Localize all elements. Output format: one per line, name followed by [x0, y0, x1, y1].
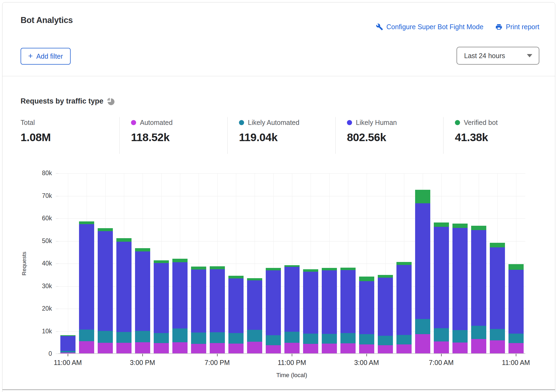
x-axis-tick — [68, 354, 68, 356]
print-report-link[interactable]: Print report — [495, 23, 539, 31]
x-axis-tick-label: 3:00 PM — [130, 359, 155, 367]
bar-slot — [264, 173, 283, 353]
bar-slot — [376, 173, 395, 353]
bar-segment-automated — [303, 344, 318, 353]
bar-segment-verified-bot — [116, 238, 132, 242]
bar-segment-automated — [396, 344, 412, 353]
automated-legend-dot — [131, 120, 136, 125]
bar-segment-verified-bot — [191, 267, 206, 270]
stacked-bar — [284, 265, 300, 353]
stacked-bar — [359, 277, 374, 353]
bar-segment-likely-automated — [228, 333, 244, 344]
stacked-bar — [79, 221, 94, 353]
bar-segment-verified-bot — [154, 260, 169, 263]
bar-segment-likely-automated — [471, 326, 486, 339]
bar-segment-likely-human — [396, 265, 412, 335]
stat-likely-automated: Likely Automated 119.04k — [227, 117, 335, 154]
bar-slot — [339, 173, 357, 353]
add-filter-button[interactable]: + Add filter — [21, 48, 71, 65]
bar-slot — [58, 173, 77, 353]
bar-segment-automated — [508, 343, 524, 353]
stacked-bar — [452, 224, 468, 353]
bar-segment-likely-automated — [378, 336, 393, 345]
bar-segment-likely-automated — [79, 330, 94, 341]
printer-icon — [495, 23, 503, 31]
verified-bot-legend-dot — [455, 120, 460, 125]
bar-segment-automated — [210, 343, 225, 353]
bar-segment-verified-bot — [210, 266, 225, 269]
bar-segment-verified-bot — [490, 243, 505, 247]
print-link-label: Print report — [506, 23, 539, 31]
stat-value: 119.04k — [239, 131, 335, 144]
stat-label: Total — [21, 119, 35, 127]
y-axis-tick — [56, 354, 58, 354]
y-axis-tick-label: 40k — [42, 260, 52, 267]
y-axis-tick — [56, 309, 58, 309]
y-axis-tick-label: 80k — [42, 170, 52, 177]
bar-segment-likely-automated — [359, 334, 374, 344]
stacked-bar — [434, 222, 449, 353]
stat-value: 118.52k — [131, 131, 227, 144]
bar-segment-likely-automated — [452, 330, 468, 343]
bar-slot — [395, 173, 413, 353]
bar-slot — [320, 173, 339, 353]
configure-link-label: Configure Super Bot Fight Mode — [386, 23, 484, 31]
bar-slot — [208, 173, 227, 353]
header-divider — [2, 76, 555, 76]
y-axis-tick-label: 70k — [42, 192, 52, 200]
bar-segment-automated — [490, 340, 505, 353]
bar-segment-likely-human — [378, 278, 393, 336]
bar-segment-likely-human — [172, 262, 188, 328]
stacked-bar — [210, 266, 225, 353]
stacked-bar — [378, 275, 393, 353]
bar-segment-likely-human — [303, 272, 318, 334]
bar-slot — [77, 173, 96, 353]
bar-segment-likely-human — [490, 247, 505, 329]
bar-segment-likely-automated — [303, 334, 318, 344]
bar-segment-likely-human — [284, 267, 300, 332]
configure-super-bot-fight-mode-link[interactable]: Configure Super Bot Fight Mode — [376, 23, 484, 31]
stats-row: Total 1.08M Automated 118.52k Likely Aut… — [21, 117, 540, 154]
bar-segment-automated — [191, 344, 206, 353]
stacked-bar — [415, 190, 430, 353]
stacked-bar — [135, 248, 150, 353]
bar-segment-automated — [378, 345, 393, 353]
y-axis-tick — [56, 173, 58, 174]
bar-segment-verified-bot — [322, 268, 337, 270]
bar-slot — [96, 173, 114, 353]
time-range-select[interactable]: Last 24 hours — [457, 47, 539, 65]
bar-segment-likely-automated — [322, 334, 337, 344]
bar-segment-automated — [247, 342, 262, 353]
bar-segment-likely-human — [191, 270, 206, 333]
bar-slot — [114, 173, 133, 353]
bar-segment-likely-human — [359, 281, 374, 334]
stat-label: Likely Automated — [248, 119, 299, 127]
bar-segment-likely-human — [210, 269, 225, 333]
likely-human-legend-dot — [347, 120, 352, 125]
bar-slot — [245, 173, 264, 353]
y-axis-tick — [56, 286, 58, 287]
bar-segment-likely-human — [60, 336, 76, 351]
x-axis-tick — [366, 354, 367, 356]
stat-value: 1.08M — [21, 131, 119, 144]
bar-segment-likely-automated — [154, 333, 169, 343]
bar-segment-automated — [284, 343, 300, 353]
bar-slot — [152, 173, 170, 353]
bar-segment-verified-bot — [340, 268, 356, 270]
x-axis-tick — [142, 354, 143, 356]
x-axis-tick-label: 7:00 AM — [429, 359, 454, 367]
caret-down-icon — [527, 54, 532, 57]
stacked-bar — [490, 243, 505, 353]
stacked-bar — [471, 226, 486, 353]
bar-segment-automated — [471, 339, 486, 353]
bar-segment-verified-bot — [303, 269, 318, 271]
bar-segment-likely-automated — [172, 328, 188, 342]
y-axis-tick-label: 10k — [42, 328, 52, 335]
bar-segment-verified-bot — [452, 224, 468, 228]
stacked-bar — [266, 268, 281, 353]
bar-segment-likely-human — [434, 227, 449, 328]
wrench-icon — [376, 23, 383, 31]
bar-segment-verified-bot — [359, 277, 374, 281]
x-axis-tick-label: 7:00 PM — [205, 359, 230, 367]
page-title: Bot Analytics — [21, 15, 73, 25]
